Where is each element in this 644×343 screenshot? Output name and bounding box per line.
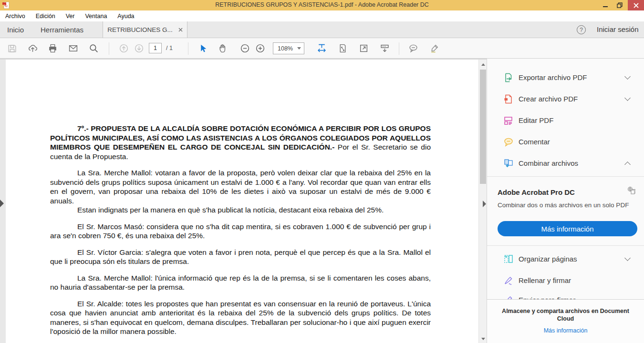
- save-icon[interactable]: [7, 43, 17, 53]
- main-area: 7º.- PROPUESTA DE LA ALCALDÍA SOBRE DOTA…: [0, 59, 644, 343]
- upload-cloud-icon[interactable]: [28, 43, 38, 53]
- highlighter-icon[interactable]: [429, 43, 439, 53]
- document-paragraph: El Sr. Víctor Garcia: s'alegra que voten…: [50, 248, 431, 266]
- next-page-icon[interactable]: [134, 43, 144, 53]
- sidebar-item-combine-files[interactable]: Combinar archivos: [487, 152, 644, 174]
- more-info-button[interactable]: Más información: [498, 221, 637, 236]
- print-icon[interactable]: [48, 43, 58, 53]
- tab-inicio[interactable]: Inicio: [7, 21, 24, 38]
- edit-pdf-icon: [503, 115, 514, 126]
- email-icon[interactable]: [68, 43, 78, 53]
- organize-pages-icon: [503, 254, 514, 264]
- scroll-down-icon[interactable]: [479, 335, 487, 343]
- sidebar-divider: [487, 245, 644, 246]
- menu-item-ayuda[interactable]: Ayuda: [112, 10, 139, 21]
- fullscreen-icon[interactable]: [359, 43, 369, 53]
- tab-document-label: RETRIBUCIONES G...: [107, 26, 173, 33]
- toolbar-separator: [109, 42, 109, 55]
- promo-title: Adobe Acrobat Pro DC: [498, 188, 575, 196]
- sign-in-button[interactable]: Iniciar sesión: [597, 25, 639, 33]
- zoom-level-value: 108%: [273, 45, 297, 52]
- sidebar-item-comment[interactable]: Comentar: [487, 131, 644, 152]
- chevron-down-icon: [624, 73, 631, 80]
- document-cloud-panel: Almacene y comparta archivos en Document…: [487, 299, 644, 343]
- comment-bubble-icon[interactable]: [408, 43, 418, 53]
- page-total-label: / 1: [166, 45, 173, 51]
- scrollbar-thumb[interactable]: [480, 70, 486, 184]
- send-for-signature-icon: [503, 295, 514, 299]
- promo-description: Combinar dos o más archivos en un solo P…: [498, 202, 629, 209]
- tools-sidebar: Exportar archivo PDF Crear archivo PDF: [487, 59, 644, 343]
- document-paragraph: El Sr. Alcalde: totes les propostes que …: [50, 299, 431, 336]
- menu-item-archivo[interactable]: Archivo: [0, 10, 31, 21]
- document-paragraph: La Sra. Merche Mallol: l'única informaci…: [50, 273, 431, 292]
- sidebar-item-label: Editar PDF: [519, 116, 644, 124]
- export-pdf-icon: [503, 72, 514, 83]
- navigation-pane-handle-icon[interactable]: [0, 200, 4, 207]
- copy-files-icon: [627, 186, 635, 195]
- previous-page-icon[interactable]: [119, 43, 129, 53]
- sidebar-item-label: Comentar: [519, 138, 644, 146]
- scroll-up-icon[interactable]: [479, 61, 487, 69]
- tab-close-icon[interactable]: [178, 28, 183, 32]
- sidebar-divider: [487, 176, 644, 177]
- document-heading: 7º.- PROPUESTA DE LA ALCALDÍA SOBRE DOTA…: [50, 124, 431, 161]
- fit-width-icon[interactable]: [317, 43, 327, 53]
- sidebar-item-label: Exportar archivo PDF: [519, 73, 625, 81]
- sidebar-item-label: Combinar archivos: [519, 159, 625, 167]
- document-canvas: 7º.- PROPUESTA DE LA ALCALDÍA SOBRE DOTA…: [0, 59, 487, 343]
- sidebar-item-send-for-signature[interactable]: Enviar para firmar: [487, 291, 644, 299]
- close-button[interactable]: [628, 0, 644, 10]
- title-bar: RETRIBUCIONES GRUPOS Y ASISTENCIAS-1.pdf…: [0, 0, 644, 10]
- sidebar-item-label: Crear archivo PDF: [519, 95, 625, 103]
- sidebar-item-label: Enviar para firmar: [519, 296, 644, 299]
- presentation-mode-icon[interactable]: [380, 43, 390, 53]
- toolbar: 1 / 1 108%: [0, 38, 644, 59]
- hand-tool-icon[interactable]: [218, 43, 228, 53]
- tab-bar: Inicio Herramientas RETRIBUCIONES G... ?…: [0, 21, 644, 38]
- select-tool-icon[interactable]: [198, 43, 208, 53]
- zoom-in-icon[interactable]: [255, 43, 265, 53]
- menu-item-ventana[interactable]: Ventana: [80, 10, 112, 21]
- document-paragraph: La Sra. Merche Mallol: votaran a favor d…: [50, 168, 431, 205]
- toolbar-separator: [399, 42, 399, 55]
- zoom-out-icon[interactable]: [240, 43, 250, 53]
- chevron-up-icon: [624, 161, 631, 168]
- fit-page-icon[interactable]: [338, 43, 348, 53]
- minimize-button[interactable]: [598, 0, 613, 10]
- tab-document[interactable]: RETRIBUCIONES G...: [103, 21, 187, 38]
- pdf-page-text: 7º.- PROPUESTA DE LA ALCALDÍA SOBRE DOTA…: [50, 124, 431, 343]
- page-number-input[interactable]: 1: [149, 43, 162, 53]
- help-icon[interactable]: ?: [577, 25, 586, 34]
- restore-button[interactable]: [613, 0, 627, 10]
- sidebar-item-label: Organizar páginas: [519, 255, 625, 263]
- combine-files-icon: [503, 158, 514, 169]
- sidebar-item-edit-pdf[interactable]: Editar PDF: [487, 110, 644, 131]
- tab-herramientas[interactable]: Herramientas: [41, 21, 83, 38]
- document-paragraph: El Sr. Marcos Masó: considera que no s'h…: [50, 222, 431, 241]
- sidebar-item-fill-sign[interactable]: Rellenar y firmar: [487, 270, 644, 291]
- sidebar-item-create-pdf[interactable]: Crear archivo PDF: [487, 88, 644, 110]
- chevron-down-icon: [624, 95, 631, 101]
- toolbar-separator: [188, 42, 188, 55]
- zoom-level-dropdown[interactable]: 108%: [273, 42, 304, 54]
- menu-item-ver[interactable]: Ver: [61, 10, 80, 21]
- window-title: RETRIBUCIONES GRUPOS Y ASISTENCIAS-1.pdf…: [0, 1, 644, 8]
- create-pdf-icon: [503, 94, 514, 104]
- document-paragraph: Estan indignats per la manera en què s'h…: [50, 205, 431, 215]
- document-cloud-link[interactable]: Más información: [487, 327, 644, 334]
- sidebar-item-label: Rellenar y firmar: [519, 276, 644, 284]
- menu-bar: Archivo Edición Ver Ventana Ayuda: [0, 10, 644, 21]
- fill-sign-icon: [503, 275, 514, 286]
- document-cloud-title: Almacene y comparta archivos en Document…: [497, 307, 634, 323]
- menu-item-edicion[interactable]: Edición: [31, 10, 61, 21]
- sidebar-item-organize-pages[interactable]: Organizar páginas: [487, 248, 644, 270]
- chevron-down-icon: [624, 255, 631, 261]
- chevron-down-icon: [297, 47, 301, 50]
- tools-pane-handle-icon[interactable]: [483, 201, 486, 207]
- comment-icon: [503, 137, 514, 147]
- search-icon[interactable]: [89, 43, 99, 53]
- sidebar-item-export-pdf[interactable]: Exportar archivo PDF: [487, 67, 644, 88]
